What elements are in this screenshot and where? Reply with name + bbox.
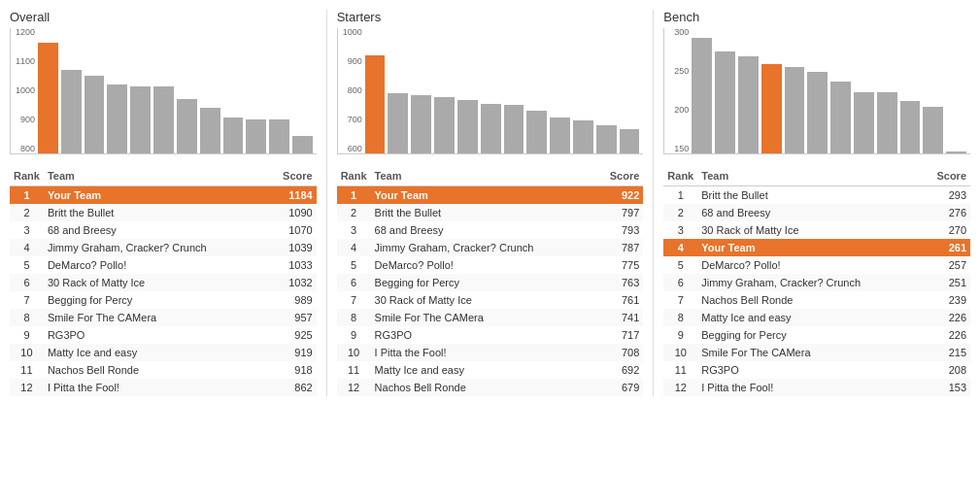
rank-cell: 8 [663, 309, 697, 326]
team-cell: Nachos Bell Ronde [371, 379, 593, 396]
y-axis-label: 1200 [16, 28, 35, 37]
y-axis-label: 800 [20, 145, 35, 153]
rank-cell: 7 [663, 291, 697, 309]
table-header: Score [593, 166, 643, 186]
chart-bar [481, 104, 501, 153]
table-header: Score [266, 166, 316, 186]
team-cell: I Pitta the Fool! [44, 379, 266, 396]
team-cell: 30 Rack of Matty Ice [371, 291, 593, 309]
table-row: 630 Rack of Matty Ice1032 [10, 274, 317, 291]
overall-table: RankTeamScore1Your Team11842Britt the Bu… [10, 166, 317, 396]
team-cell: 30 Rack of Matty Ice [44, 274, 266, 291]
chart-bar [923, 107, 943, 153]
rank-cell: 2 [10, 204, 44, 221]
y-axis-label: 900 [348, 57, 362, 66]
team-cell: Matty Ice and easy [697, 309, 920, 326]
score-cell: 708 [593, 344, 643, 361]
score-cell: 692 [593, 361, 643, 379]
team-cell: Your Team [44, 186, 266, 205]
y-axis-label: 1100 [16, 57, 35, 66]
bench-title: Bench [663, 10, 970, 24]
score-cell: 261 [921, 239, 970, 256]
table-header: Rank [10, 166, 44, 186]
team-cell: Britt the Bullet [371, 204, 593, 221]
table-row: 4Your Team261 [663, 239, 970, 256]
y-axis-label: 150 [674, 145, 689, 153]
table-row: 368 and Breesy793 [337, 221, 644, 239]
chart-bar [596, 125, 617, 153]
score-cell: 919 [266, 344, 316, 361]
rank-cell: 5 [337, 256, 371, 274]
table-row: 7Nachos Bell Ronde239 [663, 291, 970, 309]
score-cell: 775 [593, 256, 643, 274]
rank-cell: 11 [10, 361, 44, 379]
y-axis-label: 800 [348, 86, 362, 95]
table-row: 6Begging for Percy763 [337, 274, 644, 291]
score-cell: 679 [593, 379, 643, 396]
team-cell: Jimmy Graham, Cracker? Crunch [371, 239, 593, 256]
table-row: 9RG3PO717 [337, 326, 644, 344]
table-row: 8Smile For The CAMera957 [10, 309, 317, 326]
team-cell: Your Team [371, 186, 593, 205]
table-row: 10Matty Ice and easy919 [10, 344, 317, 361]
team-cell: RG3PO [371, 326, 593, 344]
team-cell: DeMarco? Pollo! [697, 256, 920, 274]
team-cell: RG3PO [697, 361, 920, 379]
chart-bar [573, 120, 593, 153]
y-axis-label: 250 [674, 67, 689, 76]
overall-title: Overall [10, 10, 317, 24]
score-cell: 862 [266, 379, 316, 396]
team-cell: Smile For The CAMera [371, 309, 593, 326]
team-cell: Your Team [697, 239, 920, 256]
rank-cell: 11 [663, 361, 697, 379]
section-overall: Overall120011001000900800RankTeamScore1Y… [10, 10, 324, 396]
table-row: 9Begging for Percy226 [663, 326, 970, 344]
score-cell: 1184 [266, 186, 316, 205]
section-bench: Bench300250200150RankTeamScore1Britt the… [656, 10, 970, 396]
bench-table: RankTeamScore1Britt the Bullet293268 and… [663, 166, 970, 396]
rank-cell: 5 [10, 256, 44, 274]
chart-bar [434, 97, 455, 153]
score-cell: 763 [593, 274, 643, 291]
chart-bar [365, 55, 386, 153]
chart-bar [620, 129, 640, 153]
table-row: 730 Rack of Matty Ice761 [337, 291, 644, 309]
chart-bar [877, 92, 897, 153]
team-cell: Britt the Bullet [44, 204, 266, 221]
rank-cell: 12 [663, 379, 697, 396]
table-row: 11RG3PO208 [663, 361, 970, 379]
table-row: 9RG3PO925 [10, 326, 317, 344]
score-cell: 276 [921, 204, 970, 221]
starters-chart: 1000900800700600 [337, 28, 644, 154]
chart-bar [153, 86, 174, 153]
rank-cell: 8 [337, 309, 371, 326]
team-cell: 30 Rack of Matty Ice [697, 221, 920, 239]
rank-cell: 9 [663, 326, 697, 344]
score-cell: 226 [921, 309, 970, 326]
table-row: 1Your Team1184 [10, 186, 317, 205]
table-row: 330 Rack of Matty Ice270 [663, 221, 970, 239]
score-cell: 922 [593, 186, 643, 205]
table-header: Team [697, 166, 920, 186]
table-row: 268 and Breesy276 [663, 204, 970, 221]
score-cell: 1070 [266, 221, 316, 239]
team-cell: DeMarco? Pollo! [371, 256, 593, 274]
table-row: 5DeMarco? Pollo!775 [337, 256, 644, 274]
rank-cell: 3 [663, 221, 697, 239]
rank-cell: 5 [663, 256, 697, 274]
rank-cell: 8 [10, 309, 44, 326]
chart-bar [715, 51, 735, 153]
table-row: 6Jimmy Graham, Cracker? Crunch251 [663, 274, 970, 291]
team-cell: Begging for Percy [697, 326, 920, 344]
chart-bar [38, 43, 58, 153]
table-header: Rank [337, 166, 371, 186]
chart-bar [107, 84, 127, 153]
chart-bar [269, 119, 289, 153]
chart-bar [200, 108, 220, 153]
table-row: 10I Pitta the Fool!708 [337, 344, 644, 361]
chart-bar [526, 111, 547, 153]
team-cell: Britt the Bullet [697, 186, 920, 205]
y-axis-label: 1000 [16, 86, 35, 95]
y-axis-label: 200 [674, 106, 689, 115]
rank-cell: 11 [337, 361, 371, 379]
